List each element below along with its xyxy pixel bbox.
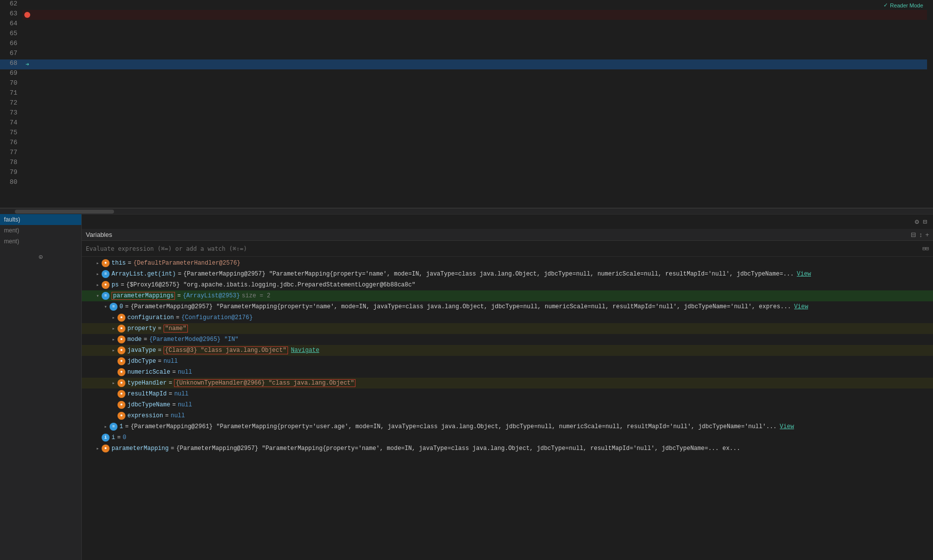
add-watch-icon[interactable]: +	[925, 231, 929, 238]
var-value-typehandler: {UnknownTypeHandler@2966} "class java.la…	[174, 379, 355, 387]
watch-input[interactable]	[86, 245, 920, 252]
left-panel-item-defaults[interactable]: faults)	[0, 214, 81, 225]
var-navigate-javatype[interactable]: Navigate	[291, 347, 320, 354]
gutter-68: ➜	[22, 59, 32, 69]
expand-javatype[interactable]	[110, 346, 117, 354]
code-line-68: 68 ➜ if (parameterMapping.getMode() != P…	[0, 59, 933, 69]
code-line-78: 78 MetaObject metaObject = configuration…	[0, 159, 933, 168]
variable-this[interactable]: ● this = {DefaultParameterHandler@2576}	[82, 258, 933, 269]
expand-mode[interactable]	[110, 336, 117, 343]
variable-jdbctype[interactable]: ● jdbcType = null	[82, 356, 933, 367]
var-name-javatype: javaType	[127, 347, 156, 354]
var-value-jdbctypename: null	[178, 401, 192, 408]
current-line-arrow: ➜	[25, 61, 29, 68]
expand-configuration[interactable]	[110, 314, 117, 322]
expand-typehandler[interactable]	[110, 379, 117, 387]
var-name-ps: ps	[112, 281, 118, 288]
expand-pm-bottom[interactable]	[94, 445, 102, 452]
gutter-75	[22, 129, 32, 139]
sort-icon[interactable]: ↕	[919, 231, 923, 238]
code-line-66: 66 for (int i = 0; i < parameterMappings…	[0, 40, 933, 50]
var-value-pm0: {ParameterMapping@2957} "ParameterMappin…	[130, 303, 791, 310]
gutter-80	[22, 178, 32, 188]
code-line-74: 74 value = null;	[0, 119, 933, 129]
line-num-73: 73	[0, 109, 22, 119]
variable-pm-0[interactable]: ≡ 0 = {ParameterMapping@2957} "Parameter…	[82, 301, 933, 312]
horizontal-scrollbar[interactable]	[0, 208, 933, 214]
var-name-numericscale: numericScale	[127, 369, 170, 376]
gutter-76	[22, 139, 32, 149]
variable-javatype[interactable]: ● javaType = {Class@3} "class java.lang.…	[82, 345, 933, 356]
expand-arraylist[interactable]	[94, 270, 102, 278]
code-line-70: 70 String propertyName = parameterMappin…	[0, 79, 933, 89]
gutter-63	[22, 10, 32, 20]
expand-this[interactable]	[94, 259, 102, 267]
settings-layout-icon[interactable]: ⊟	[923, 218, 927, 226]
variables-title-bar: Variables ⊟ ↕ +	[82, 229, 933, 241]
variable-numericscale[interactable]: ● numericScale = null	[82, 367, 933, 378]
variable-parametermapping-bottom[interactable]: ● parameterMapping = {ParameterMapping@2…	[82, 443, 933, 454]
code-line-72: 72 value = boundSql.getAdditionalParamet…	[0, 99, 933, 109]
expand-property[interactable]	[110, 325, 117, 333]
line-num-74: 74	[0, 119, 22, 129]
code-content-73: } else if (parameterObject == null = fal…	[32, 109, 933, 119]
gutter-64	[22, 20, 32, 30]
var-value-configuration: {Configuration@2176}	[181, 314, 253, 321]
var-value-numericscale: null	[178, 369, 192, 376]
variable-pm-1[interactable]: ≡ 1 = {ParameterMapping@2961} "Parameter…	[82, 421, 933, 432]
variable-typehandler[interactable]: ● typeHandler = {UnknownTypeHandler@2966…	[82, 378, 933, 389]
vertical-scrollbar[interactable]	[927, 0, 933, 208]
var-name-resultmapid: resultMapId	[127, 391, 167, 397]
variable-jdbctypename[interactable]: ● jdbcTypeName = null	[82, 399, 933, 410]
variable-i[interactable]: i i = 0	[82, 432, 933, 443]
gutter-67	[22, 50, 32, 59]
var-name-parametermappings: parameterMappings	[112, 292, 175, 300]
var-icon-typehandler: ●	[117, 379, 125, 387]
var-view-pm0[interactable]: View	[794, 303, 809, 310]
gutter-65	[22, 30, 32, 40]
var-eq-pm0: =	[125, 303, 128, 310]
var-icon-pm0: ≡	[110, 303, 117, 311]
code-line-80: 80 }	[0, 178, 933, 188]
left-panel-item-ment2[interactable]: ment)	[0, 236, 81, 247]
line-num-66: 66	[0, 40, 22, 50]
variable-configuration[interactable]: ● configuration = {Configuration@2176}	[82, 312, 933, 323]
expand-pm0[interactable]	[102, 303, 110, 311]
gutter-70	[22, 79, 32, 89]
line-num-78: 78	[0, 159, 22, 168]
expand-parametermappings[interactable]	[94, 292, 102, 300]
variable-parametermappings[interactable]: ≡ parameterMappings = {ArrayList@2953} s…	[82, 290, 933, 301]
var-name-property: property	[127, 325, 156, 332]
left-panel-item-ment1[interactable]: ment)	[0, 225, 81, 236]
var-view-pm1[interactable]: View	[780, 423, 794, 430]
variable-ps[interactable]: ● ps = {$Proxy16@2575} "org.apache.ibati…	[82, 280, 933, 290]
variable-expression[interactable]: ● expression = null	[82, 410, 933, 421]
variable-property[interactable]: ● property = "name"	[82, 323, 933, 334]
var-name-this: this	[112, 260, 126, 267]
var-icon-property: ●	[117, 325, 125, 333]
code-line-79: 79 value = metaObject.getValue(propertyN…	[0, 168, 933, 178]
sidebar-icon-view[interactable]: ⊙	[37, 251, 45, 263]
var-name-jdbctype: jdbcType	[127, 358, 156, 365]
variable-resultmapid[interactable]: ● resultMapId = null	[82, 389, 933, 399]
variable-mode[interactable]: ● mode = {ParameterMode@2965} "IN"	[82, 334, 933, 345]
settings-gear-icon[interactable]: ⚙	[915, 218, 919, 226]
h-scrollbar-thumb[interactable]	[15, 210, 114, 214]
var-eq-jdbctypename: =	[172, 401, 175, 408]
watch-collapse-icon[interactable]: ⊟⊟	[923, 245, 929, 252]
variable-arraylist-get[interactable]: ≡ ArrayList.get(int) = {ParameterMapping…	[82, 269, 933, 280]
var-icon-arraylist: ≡	[102, 270, 110, 278]
gutter-73	[22, 109, 32, 119]
var-eq-configuration: =	[176, 314, 179, 321]
var-icon-parametermappings: ≡	[102, 292, 110, 300]
debug-settings-bar: ⚙ ⊟	[82, 214, 933, 229]
line-num-72: 72	[0, 99, 22, 109]
filter-icon[interactable]: ⊟	[911, 231, 916, 238]
var-value-i: 0	[122, 434, 126, 441]
var-view-arraylist[interactable]: View	[797, 271, 811, 278]
variables-title: Variables	[86, 231, 112, 238]
expand-pm1[interactable]	[102, 423, 110, 431]
line-num-70: 70	[0, 79, 22, 89]
var-name-arraylist: ArrayList.get(int)	[112, 271, 176, 278]
expand-ps[interactable]	[94, 281, 102, 289]
